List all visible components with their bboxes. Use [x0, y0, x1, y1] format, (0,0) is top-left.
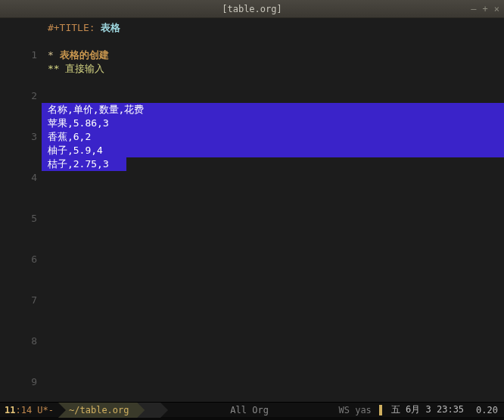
modeline-position: 11:14 U*-: [0, 405, 58, 415]
modeline-mode: All Org: [160, 405, 339, 415]
code-line[interactable]: * 表格的创建: [42, 48, 504, 62]
minimize-icon[interactable]: —: [471, 4, 476, 14]
modeline-load: 0.20: [470, 405, 504, 415]
line-number: 7: [2, 294, 37, 307]
org-title: 表格: [95, 22, 121, 33]
line-number: 6: [2, 253, 37, 266]
window-title: [table.org]: [222, 4, 282, 14]
csv-row: 苹果,5.86,3: [48, 117, 109, 129]
modeline-separator-icon: [379, 405, 382, 415]
csv-row: 柚子,5.9,4: [48, 145, 103, 156]
line-number: 8: [2, 334, 37, 348]
org-heading-star: **: [48, 63, 60, 74]
line-number: 1: [2, 48, 37, 62]
minibuffer[interactable]: [0, 417, 504, 420]
csv-row: 名称,单价,数量,花费: [48, 104, 144, 115]
org-heading-star: *: [48, 49, 54, 61]
close-icon[interactable]: ×: [494, 4, 499, 14]
org-heading-1: 表格的创建: [54, 49, 109, 61]
code-line[interactable]: [42, 76, 504, 89]
code-line[interactable]: [42, 89, 504, 103]
line-number: 9: [2, 375, 37, 389]
editor-area[interactable]: 1 2 3 4 5 6 7 8 9 10 11 #+TITLE: 表格 * 表格…: [0, 18, 504, 402]
line-number: 4: [2, 171, 37, 185]
maximize-icon[interactable]: +: [483, 4, 488, 14]
csv-row: 桔子,2.75,3: [48, 158, 109, 170]
code-content[interactable]: #+TITLE: 表格 * 表格的创建 ** 直接输入 名称,单价,数量,花费 …: [42, 18, 504, 402]
org-directive: #+TITLE:: [48, 22, 95, 33]
window-controls: — + ×: [471, 4, 499, 14]
modeline-datetime: 五 6月 3 23:35: [385, 403, 470, 416]
code-line[interactable]: [42, 35, 504, 48]
modeline[interactable]: 11:14 U*- ~/table.org All Org WS yas 五 6…: [0, 402, 504, 417]
modeline-spacer: [137, 403, 160, 418]
code-line[interactable]: ** 直接输入: [42, 62, 504, 76]
modeline-minor-modes: WS yas: [338, 405, 378, 415]
modeline-buffer-name[interactable]: ~/table.org: [58, 403, 136, 418]
csv-row: 香蕉,6,2: [48, 131, 91, 142]
code-line[interactable]: #+TITLE: 表格: [42, 21, 504, 35]
line-number: 3: [2, 130, 37, 144]
titlebar[interactable]: [table.org] — + ×: [0, 0, 504, 18]
line-number: 5: [2, 212, 37, 226]
org-heading-2: 直接输入: [60, 63, 105, 74]
line-number-gutter: 1 2 3 4 5 6 7 8 9 10 11: [0, 18, 42, 402]
line-number: 2: [2, 89, 37, 103]
emacs-window: [table.org] — + × 1 2 3 4 5 6 7 8 9 10 1…: [0, 0, 504, 420]
